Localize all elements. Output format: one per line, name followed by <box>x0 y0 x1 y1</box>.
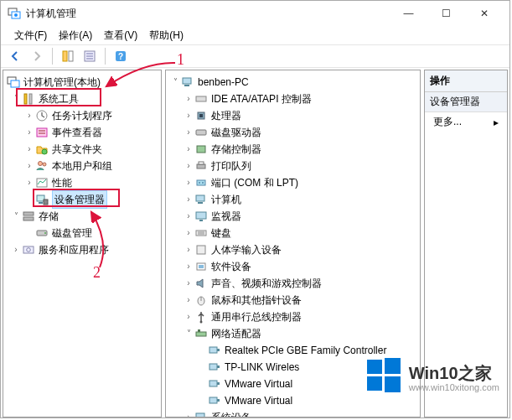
device-keyboard[interactable]: ›键盘 <box>168 225 418 241</box>
device-label: 声音、视频和游戏控制器 <box>211 275 322 292</box>
users-icon <box>35 159 49 173</box>
tree-systools[interactable]: ˅ 系统工具 <box>5 91 159 107</box>
device-computer[interactable]: ›计算机 <box>168 191 418 208</box>
expand-icon[interactable]: › <box>10 241 22 258</box>
svg-rect-44 <box>196 195 204 201</box>
svg-rect-24 <box>39 202 43 204</box>
tree-device-manager[interactable]: 设备管理器 <box>5 191 159 208</box>
svg-rect-13 <box>24 94 27 104</box>
expand-icon[interactable]: › <box>183 225 194 241</box>
device-network[interactable]: ˅网络适配器 <box>168 325 418 342</box>
device-cpu[interactable]: ›处理器 <box>168 107 418 124</box>
device-net-adapter[interactable]: VMware Virtual <box>168 376 418 392</box>
expand-icon[interactable]: › <box>183 91 194 107</box>
device-print-queues[interactable]: ›打印队列 <box>168 158 418 174</box>
expand-icon[interactable]: › <box>183 158 194 174</box>
computer-mgmt-icon <box>7 75 20 89</box>
device-net-adapter[interactable]: TP-LINK Wireles <box>168 359 418 376</box>
device-hid[interactable]: ›人体学输入设备 <box>168 241 418 258</box>
collapse-icon[interactable]: ˅ <box>10 91 22 107</box>
expand-icon[interactable]: › <box>23 124 35 141</box>
net-adapter-icon <box>208 377 221 391</box>
shared-folder-icon <box>35 143 49 156</box>
tree-performance[interactable]: › 性能 <box>5 174 159 191</box>
tree-label: 共享文件夹 <box>52 141 102 158</box>
expand-icon[interactable]: › <box>183 241 194 258</box>
expand-icon[interactable]: › <box>23 174 35 191</box>
tree-shared-folders[interactable]: › 共享文件夹 <box>5 141 159 158</box>
menu-help[interactable]: 帮助(H) <box>144 27 189 44</box>
svg-rect-47 <box>199 220 203 221</box>
expand-icon[interactable]: › <box>23 158 35 174</box>
tree-task-scheduler[interactable]: › 任务计划程序 <box>5 107 159 124</box>
forward-button[interactable] <box>28 47 46 65</box>
tree-disk-management[interactable]: 磁盘管理 <box>5 225 159 241</box>
separator <box>52 48 53 65</box>
expand-icon[interactable]: › <box>23 141 35 158</box>
monitor-icon <box>194 210 208 223</box>
device-label: 磁盘驱动器 <box>211 124 261 141</box>
expand-icon[interactable]: › <box>183 191 194 208</box>
help-button[interactable]: ? <box>111 47 130 65</box>
tree-local-users[interactable]: › 本地用户和组 <box>5 158 159 174</box>
svg-rect-66 <box>217 399 220 402</box>
device-net-adapter[interactable]: Realtek PCIe GBE Family Controller <box>168 342 418 359</box>
maximize-button[interactable]: ☐ <box>427 1 465 26</box>
expand-icon[interactable]: › <box>183 141 194 158</box>
expand-icon[interactable]: › <box>183 174 194 191</box>
device-label: 人体学输入设备 <box>211 241 282 258</box>
device-label: 存储控制器 <box>211 141 261 158</box>
collapse-icon[interactable]: ˅ <box>183 325 194 342</box>
back-button[interactable] <box>6 47 24 65</box>
expand-icon[interactable]: › <box>23 107 35 124</box>
tree-root[interactable]: 计算机管理(本地) <box>5 74 159 91</box>
collapse-icon[interactable]: ˅ <box>10 208 22 225</box>
tree-label: 设备管理器 <box>52 190 107 209</box>
device-disk-drives[interactable]: ›磁盘驱动器 <box>168 124 418 141</box>
expand-icon[interactable]: › <box>183 258 194 275</box>
device-net-adapter[interactable]: VMware Virtual <box>168 392 418 409</box>
actions-pane: 操作 设备管理器 更多... ▸ <box>424 70 508 417</box>
expand-icon[interactable]: › <box>183 292 194 309</box>
menu-action[interactable]: 操作(A) <box>54 27 97 44</box>
device-root[interactable]: ˅ benben-PC <box>168 74 418 91</box>
device-monitor[interactable]: ›监视器 <box>168 208 418 225</box>
device-mouse[interactable]: ›鼠标和其他指针设备 <box>168 292 418 309</box>
expand-icon[interactable]: › <box>183 275 194 292</box>
actions-section: 设备管理器 <box>425 92 507 112</box>
device-ports[interactable]: ›端口 (COM 和 LPT) <box>168 174 418 191</box>
actions-more[interactable]: 更多... ▸ <box>425 112 507 132</box>
properties-button[interactable] <box>80 47 99 65</box>
expand-icon[interactable]: › <box>183 124 194 141</box>
svg-point-42 <box>199 182 200 184</box>
device-label: Realtek PCIe GBE Family Controller <box>225 342 386 359</box>
expand-icon[interactable]: › <box>183 409 194 417</box>
device-system[interactable]: ›系统设备 <box>168 409 418 417</box>
separator <box>105 48 106 65</box>
tree-storage[interactable]: ˅ 存储 <box>5 208 159 225</box>
device-label: 监视器 <box>211 208 241 225</box>
device-label: 打印队列 <box>211 158 251 174</box>
tree-services-apps[interactable]: › 服务和应用程序 <box>5 241 159 258</box>
device-software[interactable]: ›软件设备 <box>168 258 418 275</box>
device-label: 系统设备 <box>211 409 251 417</box>
menu-file[interactable]: 文件(F) <box>9 27 52 44</box>
show-hide-tree-button[interactable] <box>59 47 77 65</box>
expand-icon[interactable]: › <box>183 208 194 225</box>
tree-event-viewer[interactable]: › 事件查看器 <box>5 124 159 141</box>
content: 计算机管理(本地) ˅ 系统工具 › 任务计划程序 › 事件查看器 <box>1 68 509 419</box>
device-usb[interactable]: ›通用串行总线控制器 <box>168 309 418 325</box>
minimize-button[interactable]: — <box>390 1 427 26</box>
menu-view[interactable]: 查看(V) <box>99 27 142 44</box>
svg-rect-46 <box>196 212 206 219</box>
expand-icon[interactable]: › <box>183 309 194 325</box>
expand-icon[interactable]: › <box>183 107 194 124</box>
close-button[interactable]: ✕ <box>465 1 503 26</box>
device-storage-controllers[interactable]: ›存储控制器 <box>168 141 418 158</box>
svg-rect-59 <box>209 347 217 353</box>
collapse-icon[interactable]: ˅ <box>169 74 181 91</box>
svg-rect-37 <box>196 130 206 135</box>
svg-rect-41 <box>197 180 205 185</box>
device-ide[interactable]: ›IDE ATA/ATAPI 控制器 <box>168 91 418 107</box>
device-sound[interactable]: ›声音、视频和游戏控制器 <box>168 275 418 292</box>
